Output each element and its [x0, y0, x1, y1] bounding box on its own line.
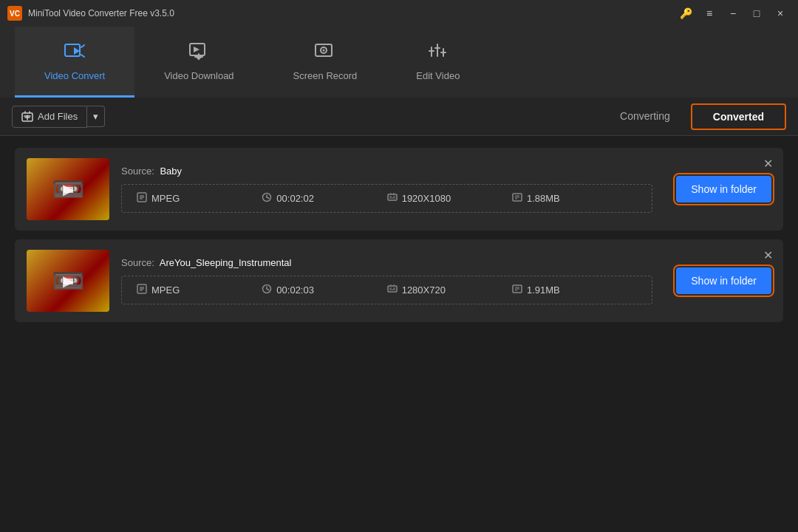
- nav-tab-video-download[interactable]: Video Download: [134, 27, 263, 98]
- svg-rect-47: [388, 286, 397, 292]
- converted-tab[interactable]: Converted: [691, 103, 786, 130]
- resolution-detail-1: 1920X1080: [387, 192, 512, 205]
- format-value-2: MPEG: [151, 284, 180, 296]
- nav-bar: Video Convert Video Download Screen Reco…: [0, 27, 798, 98]
- minimize-button[interactable]: −: [723, 5, 743, 21]
- nav-tab-video-convert-label: Video Convert: [44, 70, 105, 81]
- nav-tab-edit-video[interactable]: Edit Video: [386, 27, 489, 98]
- svg-marker-1: [74, 47, 80, 55]
- svg-line-3: [81, 55, 84, 57]
- svg-line-29: [267, 197, 269, 199]
- close-file-2-button[interactable]: ✕: [763, 248, 773, 262]
- title-bar-controls: 🔑 ≡ − □ ×: [675, 5, 791, 21]
- convert-tab-group: Converting Converted: [599, 103, 786, 130]
- source-label-2: Source:: [121, 257, 154, 268]
- duration-detail-2: 00:02:03: [262, 284, 386, 296]
- size-value-1: 1.88MB: [527, 193, 560, 204]
- nav-tab-screen-record[interactable]: Screen Record: [264, 27, 387, 98]
- size-icon-1: [512, 192, 522, 205]
- clock-icon-1: [262, 192, 272, 205]
- svg-marker-5: [194, 47, 200, 52]
- toolbar: Add Files ▾ Converting Converted: [0, 98, 798, 136]
- app-title: MiniTool Video Converter Free v3.5.0: [28, 8, 174, 18]
- maximize-button[interactable]: □: [746, 5, 767, 21]
- size-value-2: 1.91MB: [527, 284, 560, 296]
- show-folder-button-2[interactable]: Show in folder: [676, 267, 771, 294]
- nav-tab-screen-record-label: Screen Record: [293, 70, 358, 81]
- resolution-value-2: 1280X720: [402, 284, 446, 296]
- format-icon-2: [137, 284, 147, 296]
- add-files-button[interactable]: Add Files ▾: [12, 106, 105, 128]
- add-files-label: Add Files: [38, 111, 78, 122]
- source-line-1: Source: Baby: [121, 166, 652, 177]
- edit-video-icon: [427, 41, 449, 66]
- video-convert-icon: [64, 41, 86, 66]
- file-details-box-1: MPEG 00:02:02 1920X1080: [121, 184, 652, 213]
- duration-value-1: 00:02:02: [276, 193, 314, 204]
- format-icon-1: [137, 192, 147, 205]
- app-logo: VC: [7, 6, 22, 21]
- thumbnail-1: 📼 ▶: [27, 158, 109, 220]
- size-icon-2: [512, 284, 522, 296]
- card-info-1: Source: Baby MPEG 00:02:02: [121, 166, 652, 213]
- svg-rect-30: [388, 194, 397, 200]
- close-file-1-button[interactable]: ✕: [763, 157, 773, 171]
- duration-detail-1: 00:02:02: [262, 192, 386, 205]
- file-card-1: ✕ 📼 ▶ Source: Baby MPEG: [15, 148, 783, 231]
- svg-line-46: [267, 289, 269, 290]
- format-detail-2: MPEG: [137, 284, 262, 296]
- source-name-1: Baby: [160, 166, 182, 177]
- play-icon-1: ▶: [63, 180, 74, 198]
- source-line-2: Source: AreYou_Sleeping_Instrumental: [121, 257, 652, 268]
- source-name-2: AreYou_Sleeping_Instrumental: [160, 257, 292, 268]
- close-button[interactable]: ×: [770, 5, 791, 21]
- format-value-1: MPEG: [151, 193, 180, 204]
- source-label-1: Source:: [121, 166, 154, 177]
- resolution-icon-2: [387, 284, 398, 296]
- clock-icon-2: [262, 284, 272, 296]
- size-detail-2: 1.91MB: [512, 284, 637, 296]
- nav-tab-video-download-label: Video Download: [164, 70, 233, 81]
- card-info-2: Source: AreYou_Sleeping_Instrumental MPE…: [121, 257, 652, 304]
- thumbnail-2: 📼 ▶: [27, 250, 109, 312]
- play-icon-2: ▶: [63, 272, 74, 290]
- svg-point-10: [322, 49, 324, 51]
- show-folder-button-1[interactable]: Show in folder: [676, 176, 771, 202]
- key-button[interactable]: 🔑: [675, 5, 696, 21]
- nav-tab-video-convert[interactable]: Video Convert: [15, 27, 134, 98]
- title-bar-left: VC MiniTool Video Converter Free v3.5.0: [7, 6, 174, 21]
- menu-button[interactable]: ≡: [699, 5, 720, 21]
- resolution-icon-1: [387, 192, 398, 205]
- size-detail-1: 1.88MB: [512, 192, 637, 205]
- title-bar: VC MiniTool Video Converter Free v3.5.0 …: [0, 0, 798, 27]
- converting-tab[interactable]: Converting: [599, 104, 691, 129]
- add-icon: [21, 111, 33, 123]
- duration-value-2: 00:02:03: [276, 284, 314, 296]
- format-detail-1: MPEG: [137, 192, 262, 205]
- file-details-box-2: MPEG 00:02:03 1280X720: [121, 276, 652, 304]
- video-download-icon: [188, 41, 210, 66]
- content-area: ✕ 📼 ▶ Source: Baby MPEG: [0, 136, 798, 334]
- screen-record-icon: [314, 41, 336, 66]
- file-card-2: ✕ 📼 ▶ Source: AreYou_Sleeping_Instrument…: [15, 239, 783, 322]
- resolution-value-1: 1920X1080: [402, 193, 451, 204]
- add-files-main: Add Files: [12, 106, 87, 128]
- svg-line-2: [81, 45, 84, 47]
- nav-tab-edit-video-label: Edit Video: [416, 70, 460, 81]
- add-files-dropdown-arrow[interactable]: ▾: [87, 106, 105, 127]
- resolution-detail-2: 1280X720: [387, 284, 512, 296]
